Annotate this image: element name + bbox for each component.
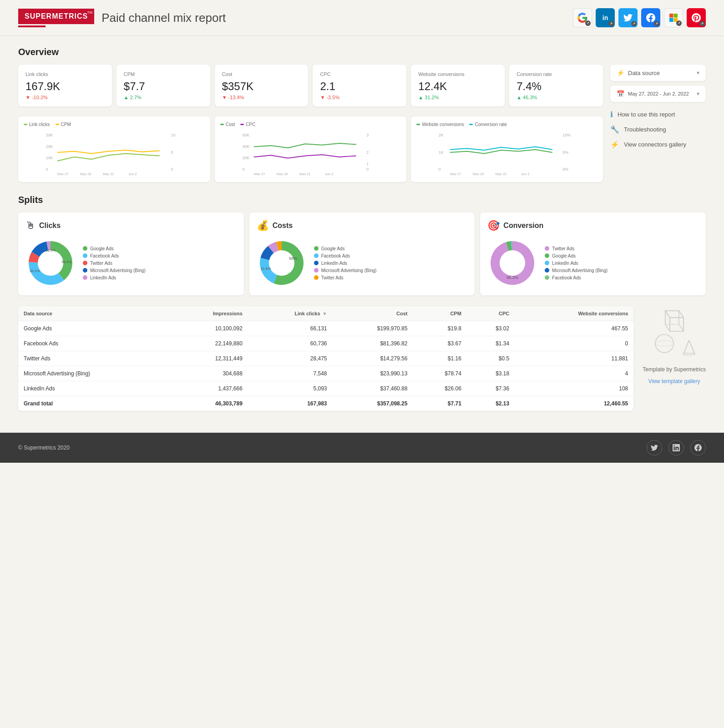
template-label: Template by Supermetrics bbox=[643, 366, 706, 373]
svg-text:1K: 1K bbox=[439, 150, 444, 155]
charts-row: Link clicks CPM 30K 20K 10K bbox=[18, 116, 603, 182]
metric-card-0: Link clicks 167.9K -10.2% bbox=[18, 65, 112, 106]
google-ads-icon[interactable]: ↗ bbox=[573, 8, 592, 27]
legend-item: LinkedIn Ads bbox=[545, 261, 608, 266]
legend-conv-rate: Conversion rate bbox=[469, 122, 507, 127]
cell-link-clicks: 66,131 bbox=[248, 321, 333, 336]
data-table: Data source Impressions Link clicks ▼ Co… bbox=[18, 306, 633, 411]
facebook-ads-icon[interactable]: ↗ bbox=[641, 8, 660, 27]
link-clicks-cpm-chart: Link clicks CPM 30K 20K 10K bbox=[18, 116, 210, 182]
twitter-ads-icon[interactable]: ↗ bbox=[618, 8, 638, 27]
cell-cost: $37,460.88 bbox=[333, 381, 413, 396]
metric-change: 2.7% bbox=[124, 95, 203, 100]
split-title-0: Clicks bbox=[39, 222, 61, 230]
template-gallery-link[interactable]: View template gallery bbox=[648, 378, 700, 384]
info-icon: ℹ bbox=[610, 110, 613, 119]
svg-point-53 bbox=[655, 334, 673, 353]
logo: TM SUPERMETRICS bbox=[18, 9, 94, 27]
linkedin-ads-icon[interactable]: in ↗ bbox=[596, 8, 615, 27]
pinterest-badge: ↗ bbox=[699, 21, 705, 26]
svg-text:10: 10 bbox=[171, 133, 176, 137]
metric-label: CPC bbox=[320, 71, 399, 77]
cell-conversions: 0 bbox=[515, 336, 633, 351]
copyright: © Supermetrics 2020 bbox=[18, 445, 70, 451]
svg-text:Jun 2: Jun 2 bbox=[521, 172, 529, 175]
svg-text:30K: 30K bbox=[46, 133, 53, 137]
svg-text:0: 0 bbox=[439, 167, 441, 172]
svg-marker-47 bbox=[665, 311, 670, 331]
cell-link-clicks: 28,475 bbox=[248, 351, 333, 366]
col-cpm: CPM bbox=[413, 306, 466, 321]
split-card-1: 💰 Costs 56% 22.8% Google Ads Facebook Ad… bbox=[249, 212, 475, 295]
svg-text:5: 5 bbox=[171, 150, 173, 155]
date-range-arrow: ▾ bbox=[697, 91, 699, 97]
pinterest-ads-icon[interactable]: ↗ bbox=[687, 8, 706, 27]
troubleshooting-link[interactable]: 🔧 Troubleshooting bbox=[610, 125, 706, 134]
table-row: Facebook Ads 22,149,880 60,736 $81,396.8… bbox=[18, 336, 633, 351]
svg-text:2: 2 bbox=[366, 150, 369, 155]
logo-area: TM SUPERMETRICS Paid channel mix report bbox=[18, 9, 226, 27]
col-link-clicks[interactable]: Link clicks ▼ bbox=[248, 306, 333, 321]
donut-legend-0: Google Ads Facebook Ads Twitter Ads Micr… bbox=[83, 246, 146, 280]
col-cost: Cost bbox=[333, 306, 413, 321]
cell-cpm: $19.8 bbox=[413, 321, 466, 336]
svg-text:May 31: May 31 bbox=[103, 172, 114, 175]
data-source-arrow: ▾ bbox=[697, 70, 699, 76]
data-source-label: Data source bbox=[628, 70, 660, 76]
metric-value: $7.7 bbox=[124, 80, 203, 93]
cell-total-cpc: $2.13 bbox=[467, 396, 515, 411]
donut-container: 56% 22.8% Google Ads Facebook Ads Linked… bbox=[257, 238, 468, 288]
geometric-shapes bbox=[647, 306, 702, 361]
split-header: 🎯 Conversion bbox=[487, 220, 699, 232]
cell-source: Microsoft Advertising (Bing) bbox=[18, 366, 169, 381]
footer-facebook-icon[interactable] bbox=[690, 440, 706, 455]
legend-cpm: CPM bbox=[56, 122, 71, 127]
col-impressions: Impressions bbox=[169, 306, 248, 321]
donut-chart-0: 16.9% 39.4% 36.2% bbox=[25, 238, 76, 288]
table-header-row: Data source Impressions Link clicks ▼ Co… bbox=[18, 306, 633, 321]
date-range-control[interactable]: 📅 May 27, 2022 - Jun 2, 2022 ▾ bbox=[610, 86, 706, 102]
svg-text:May 27: May 27 bbox=[450, 172, 461, 175]
donut-chart-1: 56% 22.8% bbox=[257, 238, 307, 288]
date-range-label: May 27, 2022 - Jun 2, 2022 bbox=[628, 91, 689, 96]
line-chart-2: 60K 40K 20K 0 3 2 1 0 May 27 bbox=[220, 130, 401, 175]
cell-link-clicks: 5,093 bbox=[248, 381, 333, 396]
footer-linkedin-icon[interactable] bbox=[668, 440, 684, 455]
microsoft-ads-icon[interactable]: ↗ bbox=[664, 8, 683, 27]
svg-text:20K: 20K bbox=[46, 144, 53, 149]
connectors-gallery-link[interactable]: ⚡ View connectors gallery bbox=[610, 140, 706, 149]
legend-item: LinkedIn Ads bbox=[314, 261, 377, 266]
metric-value: 167.9K bbox=[25, 80, 105, 93]
svg-text:36.2%: 36.2% bbox=[30, 269, 40, 273]
legend-item: Google Ads bbox=[83, 246, 146, 251]
metric-change: -3.5% bbox=[320, 95, 399, 100]
split-header: 💰 Costs bbox=[257, 220, 468, 232]
table-section: Data source Impressions Link clicks ▼ Co… bbox=[18, 306, 706, 411]
cell-cpc: $3.18 bbox=[467, 366, 515, 381]
logo-text: SUPERMETRICS bbox=[25, 12, 88, 20]
split-card-0: 🖱 Clicks 16.9% 39.4% 36.2% Google Ads Fa… bbox=[18, 212, 244, 295]
split-icon-0: 🖱 bbox=[25, 220, 35, 232]
footer-twitter-icon[interactable] bbox=[647, 440, 662, 455]
metric-value: 12.4K bbox=[418, 80, 497, 93]
legend-item: Twitter Ads bbox=[83, 261, 146, 266]
cell-total-impressions: 46,303,789 bbox=[169, 396, 248, 411]
metric-value: 7.4% bbox=[516, 80, 596, 93]
overview-right: ⚡ Data source ▾ 📅 May 27, 2022 - Jun 2, … bbox=[610, 65, 706, 182]
metric-label: Conversion rate bbox=[516, 71, 596, 77]
cell-conversions: 4 bbox=[515, 366, 633, 381]
microsoft-badge: ↗ bbox=[676, 20, 682, 26]
metric-card-4: Website conversions 12.4K 31.2% bbox=[411, 65, 505, 106]
main-content: Overview Link clicks 167.9K -10.2% CPM $… bbox=[0, 36, 724, 422]
page-title: Paid channel mix report bbox=[101, 11, 226, 25]
facebook-badge: ↗ bbox=[654, 21, 659, 26]
svg-text:0: 0 bbox=[366, 167, 369, 172]
legend-item: Twitter Ads bbox=[314, 275, 377, 280]
svg-marker-55 bbox=[683, 340, 695, 354]
data-source-control[interactable]: ⚡ Data source ▾ bbox=[610, 65, 706, 81]
how-to-use-link[interactable]: ℹ How to use this report bbox=[610, 110, 706, 119]
svg-text:60K: 60K bbox=[243, 133, 250, 137]
legend-item: Google Ads bbox=[314, 246, 377, 251]
cell-link-clicks: 60,736 bbox=[248, 336, 333, 351]
cell-cpm: $26.06 bbox=[413, 381, 466, 396]
